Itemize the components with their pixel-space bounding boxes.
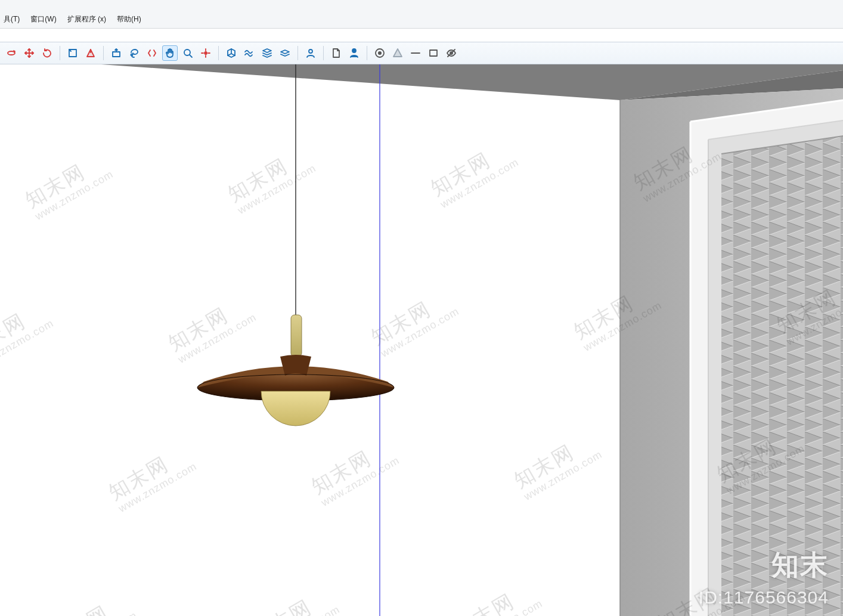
main-toolbar xyxy=(0,42,843,64)
menu-help[interactable]: 帮助(H) xyxy=(117,14,141,24)
style-dot-icon[interactable] xyxy=(372,45,388,61)
toolbar-separator xyxy=(103,46,104,60)
style-shaded-icon[interactable] xyxy=(390,45,405,61)
toolbar-separator xyxy=(367,46,367,60)
pendant-lamp xyxy=(197,64,394,426)
menu-window[interactable]: 窗口(W) xyxy=(30,14,56,24)
pan-icon[interactable] xyxy=(21,45,37,61)
menu-tools[interactable]: 具(T) xyxy=(4,14,20,24)
style-hidden-icon[interactable] xyxy=(426,45,441,61)
layers-stack-icon[interactable] xyxy=(259,45,275,61)
layers-fan-icon[interactable] xyxy=(277,45,293,61)
layers-wave-icon[interactable] xyxy=(241,45,257,61)
pushpull-icon[interactable] xyxy=(109,45,124,61)
svg-point-6 xyxy=(352,49,356,52)
svg-point-4 xyxy=(204,52,207,54)
style-off-icon[interactable] xyxy=(444,45,459,61)
svg-rect-24 xyxy=(291,315,302,357)
select-rect-icon[interactable] xyxy=(65,45,80,61)
window-frame xyxy=(690,100,843,616)
hand-icon[interactable] xyxy=(162,45,178,61)
triangle-flag-icon[interactable] xyxy=(83,45,98,61)
new-page-icon[interactable] xyxy=(328,45,344,61)
toolbar-separator xyxy=(297,46,298,60)
menu-extensions[interactable]: 扩展程序 (x) xyxy=(67,14,106,24)
orbit-icon[interactable] xyxy=(4,45,19,61)
menu-items: 具(T) 窗口(W) 扩展程序 (x) 帮助(H) xyxy=(0,14,141,24)
toolbar-separator xyxy=(323,46,324,60)
viewport-3d[interactable]: 知末网www.znzmo.com知末网www.znzmo.com知末网www.z… xyxy=(0,64,843,616)
profile-icon[interactable] xyxy=(303,45,318,61)
lasso-icon[interactable] xyxy=(126,45,142,61)
brand-badge: 知末 xyxy=(771,547,829,584)
person-icon[interactable] xyxy=(346,45,362,61)
menu-bar: 具(T) 窗口(W) 扩展程序 (x) 帮助(H) xyxy=(0,0,843,29)
target-icon[interactable] xyxy=(198,45,213,61)
svg-point-7 xyxy=(378,51,382,55)
svg-rect-1 xyxy=(113,52,120,57)
arrows-split-icon[interactable] xyxy=(144,45,160,61)
style-wire-icon[interactable] xyxy=(408,45,423,61)
svg-rect-9 xyxy=(430,50,437,56)
svg-point-5 xyxy=(309,49,312,53)
model-id-badge: ID:1176566304 xyxy=(699,587,829,608)
svg-marker-17 xyxy=(721,136,843,616)
zoom-icon[interactable] xyxy=(180,45,196,61)
rotate-icon[interactable] xyxy=(39,45,55,61)
scene-svg xyxy=(0,64,843,616)
layers-hex-icon[interactable] xyxy=(224,45,239,61)
toolbar-separator xyxy=(60,46,60,60)
toolbar-separator xyxy=(218,46,219,60)
